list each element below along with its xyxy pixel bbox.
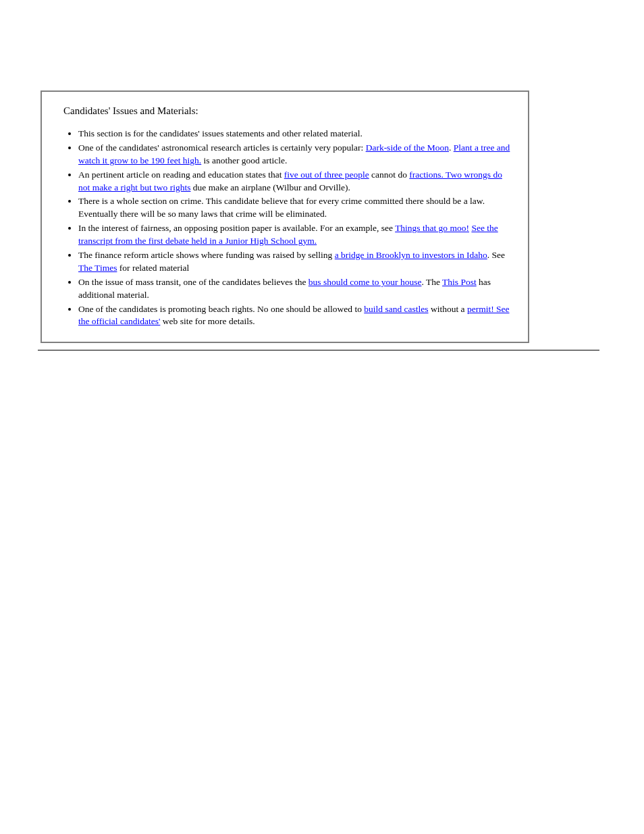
- content-text: without a: [429, 304, 467, 314]
- list-item: On the issue of mass transit, one of the…: [78, 276, 516, 302]
- content-text: An pertinent article on reading and educ…: [78, 170, 284, 180]
- list-item: One of the candidates is promoting beach…: [78, 303, 516, 329]
- content-text: for related material: [117, 263, 189, 273]
- content-text: One of the candidates is promoting beach…: [78, 304, 364, 314]
- content-link[interactable]: The Times: [78, 263, 117, 273]
- content-link[interactable]: build sand castles: [364, 304, 428, 314]
- content-text: In the interest of fairness, an opposing…: [78, 223, 395, 233]
- list-item: There is a whole section on crime. This …: [78, 195, 516, 221]
- list-item: An pertinent article on reading and educ…: [78, 169, 516, 194]
- content-text: . See: [487, 250, 505, 260]
- list-item: In the interest of fairness, an opposing…: [78, 222, 516, 248]
- list-item: One of the candidates' astronomical rese…: [78, 142, 516, 167]
- content-text: This section is for the candidates' issu…: [78, 128, 363, 138]
- content-link[interactable]: Dark-side of the Moon: [366, 142, 449, 153]
- content-text: One of the candidates' astronomical rese…: [78, 142, 366, 153]
- horizontal-rule: [38, 350, 599, 350]
- content-text: On the issue of mass transit, one of the…: [78, 277, 308, 287]
- content-link[interactable]: Things that go moo!: [395, 223, 469, 233]
- content-text: web site for more details.: [160, 316, 254, 326]
- content-text: due make an airplane (Wilbur and Orville…: [190, 182, 350, 192]
- content-text: .: [449, 142, 454, 153]
- content-text: There is a whole section on crime. This …: [78, 196, 485, 219]
- content-link[interactable]: bus should come to your house: [308, 277, 422, 287]
- content-link[interactable]: a bridge in Brooklyn to investors in Ida…: [335, 250, 487, 260]
- list-item: This section is for the candidates' issu…: [78, 128, 516, 140]
- content-link[interactable]: This Post: [442, 277, 477, 287]
- candidates-list: This section is for the candidates' issu…: [63, 128, 516, 328]
- list-item: The finance reform article shows where f…: [78, 249, 516, 275]
- content-link[interactable]: five out of three people: [284, 170, 369, 180]
- content-text: cannot do: [369, 170, 410, 180]
- content-text: is another good article.: [201, 155, 287, 165]
- candidates-box: Candidates' Issues and Materials: This s…: [41, 90, 529, 343]
- content-text: The finance reform article shows where f…: [78, 250, 335, 260]
- box-title: Candidates' Issues and Materials:: [63, 105, 516, 117]
- content-text: . The: [421, 277, 442, 287]
